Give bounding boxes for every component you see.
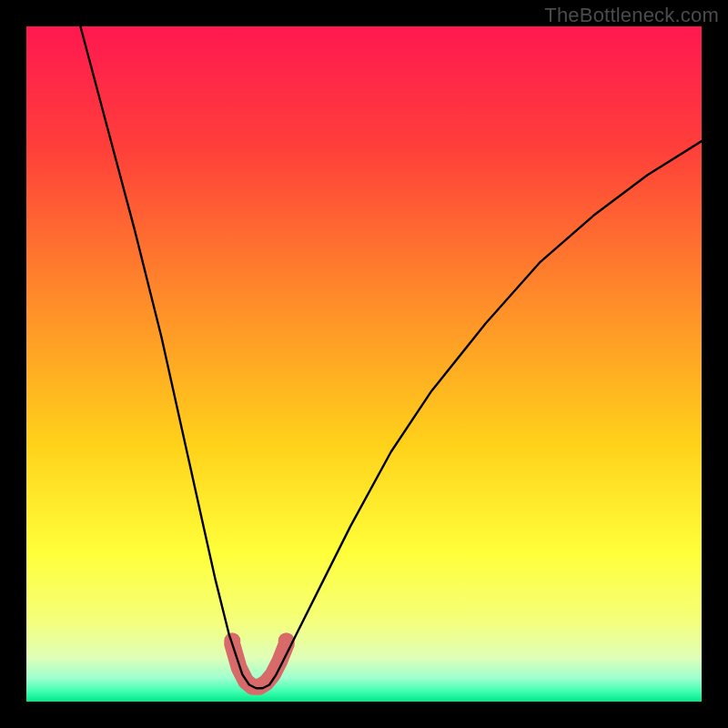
gradient-background — [26, 26, 702, 702]
plot-area — [26, 26, 702, 702]
chart-svg — [26, 26, 702, 702]
watermark-text: TheBottleneck.com — [544, 4, 719, 27]
chart-frame: TheBottleneck.com — [0, 0, 728, 728]
